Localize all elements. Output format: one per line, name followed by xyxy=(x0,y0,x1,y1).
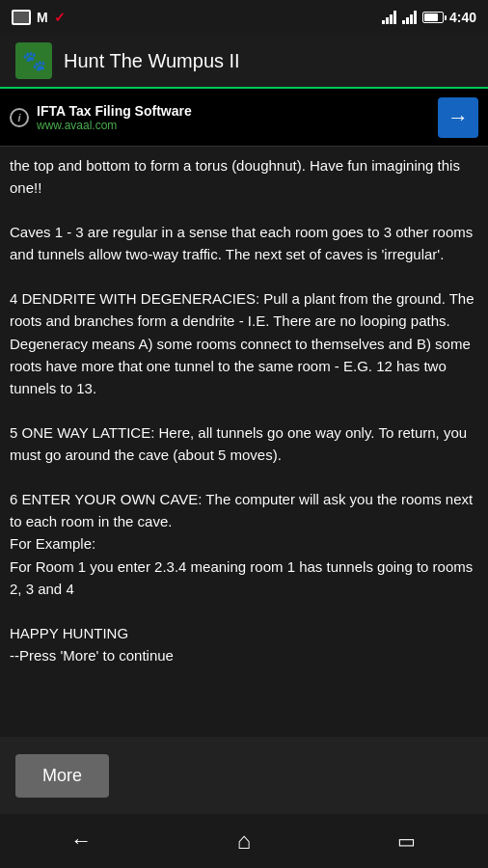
app-title: Hunt The Wumpus II xyxy=(64,50,240,72)
content-paragraph-3: 4 DENDRITE WITH DEGENERACIES: Pull a pla… xyxy=(10,287,478,399)
status-right-icons: 4:40 xyxy=(382,10,476,25)
app-bar: 🐾 Hunt The Wumpus II xyxy=(0,35,488,89)
battery-icon xyxy=(422,12,444,23)
nav-bar: ← ⌂ ▭ xyxy=(0,814,488,868)
ad-title: IFTA Tax Filing Software xyxy=(37,103,192,119)
clock: 4:40 xyxy=(449,10,476,25)
image-icon xyxy=(12,10,31,25)
ad-content: i IFTA Tax Filing Software www.avaal.com xyxy=(10,103,192,132)
app-icon: 🐾 xyxy=(15,42,52,79)
back-button[interactable]: ← xyxy=(52,822,110,860)
ad-info-icon: i xyxy=(10,108,29,127)
ad-url: www.avaal.com xyxy=(37,119,192,132)
main-content: the top and bottom to form a torus (doug… xyxy=(0,147,488,737)
gmail-icon: M xyxy=(37,10,48,25)
recents-icon: ▭ xyxy=(397,829,416,853)
wifi-icon xyxy=(382,11,396,24)
recents-button[interactable]: ▭ xyxy=(378,822,436,860)
button-area: More xyxy=(0,737,488,814)
status-left-icons: M ✓ xyxy=(12,10,66,25)
ad-text-block: IFTA Tax Filing Software www.avaal.com xyxy=(37,103,192,132)
status-bar: M ✓ 4:40 xyxy=(0,0,488,35)
ad-arrow-button[interactable]: → xyxy=(438,97,478,138)
content-paragraph-2: Caves 1 - 3 are regular in a sense that … xyxy=(10,221,478,266)
content-paragraph-4: 5 ONE WAY LATTICE: Here, all tunnels go … xyxy=(10,421,478,467)
content-paragraph-6: HAPPY HUNTING --Press 'More' to continue xyxy=(10,622,478,667)
back-icon: ← xyxy=(70,828,92,854)
app-icon-number: 🐾 xyxy=(22,49,46,72)
home-button[interactable]: ⌂ xyxy=(215,822,273,860)
ad-banner[interactable]: i IFTA Tax Filing Software www.avaal.com… xyxy=(0,89,488,147)
v-icon: ✓ xyxy=(54,10,66,25)
content-paragraph-5: 6 ENTER YOUR OWN CAVE: The computer will… xyxy=(10,488,478,600)
home-icon: ⌂ xyxy=(237,827,252,854)
more-button[interactable]: More xyxy=(15,754,109,798)
ad-arrow-icon: → xyxy=(447,105,469,130)
signal-icon xyxy=(402,11,417,24)
content-paragraph-1: the top and bottom to form a torus (doug… xyxy=(10,154,478,200)
